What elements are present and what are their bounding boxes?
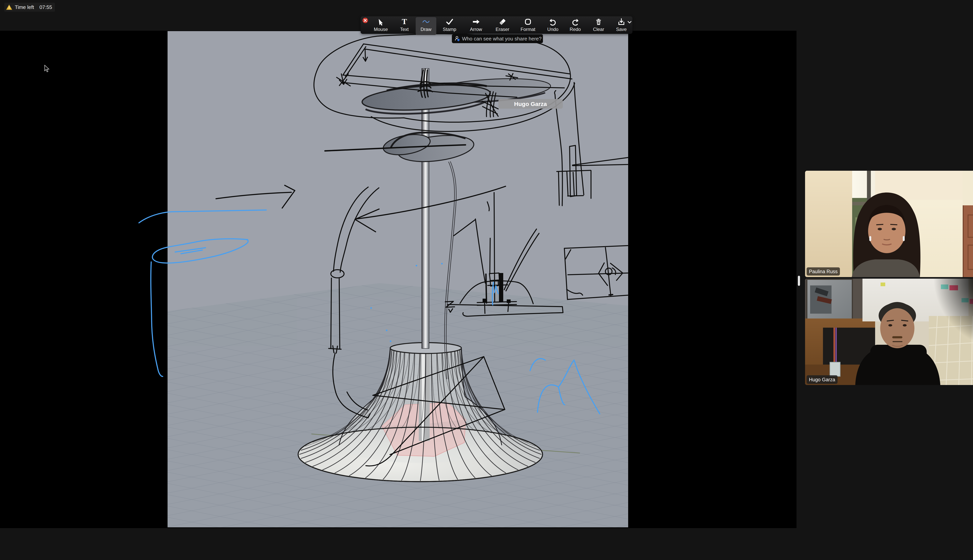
svg-text:Hugo Garza: Hugo Garza <box>514 101 547 107</box>
svg-text:T: T <box>402 18 407 26</box>
